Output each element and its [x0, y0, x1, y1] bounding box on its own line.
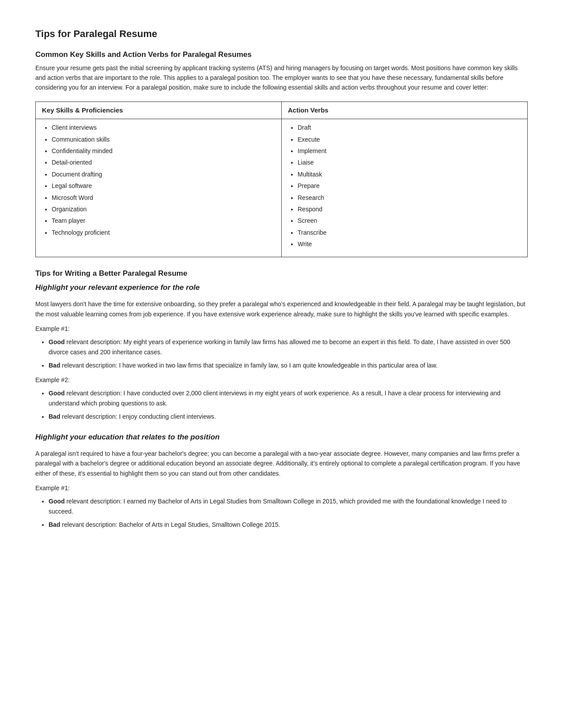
- tips-subsection-2: Highlight your education that relates to…: [35, 432, 528, 530]
- sub2-example1-label: Example #1:: [35, 484, 528, 493]
- skill-item: Organization: [52, 204, 275, 214]
- verb-item: Implement: [298, 146, 521, 156]
- subsection1-body: Most lawyers don't have the time for ext…: [35, 299, 528, 319]
- skill-item: Communication skills: [52, 135, 275, 144]
- verb-item: Draft: [298, 123, 521, 132]
- intro-heading: Common Key Skills and Action Verbs for P…: [35, 49, 528, 60]
- verb-item: Respond: [298, 204, 521, 214]
- tips-heading: Tips for Writing a Better Paralegal Resu…: [35, 268, 528, 279]
- intro-body: Ensure your resume gets past the initial…: [35, 63, 528, 93]
- example-item: Good relevant description: I earned my B…: [49, 496, 528, 516]
- verb-item: Execute: [298, 135, 521, 144]
- example1-label: Example #1:: [35, 324, 528, 334]
- verb-item: Prepare: [298, 181, 521, 191]
- verb-item: Research: [298, 193, 521, 203]
- skill-item: Legal software: [52, 181, 275, 191]
- tips-section: Tips for Writing a Better Paralegal Resu…: [35, 268, 528, 529]
- col2-header: Action Verbs: [282, 102, 527, 119]
- page-title: Tips for Paralegal Resume: [35, 26, 528, 41]
- subsection1-heading: Highlight your relevant experience for t…: [35, 282, 528, 293]
- skill-item: Document drafting: [52, 169, 275, 179]
- verb-item: Transcribe: [298, 228, 521, 237]
- skill-item: Team player: [52, 216, 275, 225]
- skills-list: Client interviewsCommunication skillsCon…: [42, 123, 275, 237]
- skill-item: Microsoft Word: [52, 193, 275, 203]
- subsection2-heading: Highlight your education that relates to…: [35, 432, 528, 443]
- verb-item: Liaise: [298, 158, 521, 167]
- skill-item: Technology proficient: [52, 228, 275, 237]
- tips-subsection-1: Highlight your relevant experience for t…: [35, 282, 528, 422]
- example2-label: Example #2:: [35, 375, 528, 385]
- skills-table: Key Skills & Proficiencies Action Verbs …: [35, 101, 528, 258]
- subsection2-body: A paralegal isn't required to have a fou…: [35, 449, 528, 478]
- example-item: Good relevant description: I have conduc…: [49, 388, 528, 408]
- skill-item: Client interviews: [52, 123, 275, 132]
- example-item: Good relevant description: My eight year…: [49, 337, 528, 357]
- example-item: Bad relevant description: Bachelor of Ar…: [49, 520, 528, 529]
- verb-item: Write: [298, 239, 521, 249]
- col1-header: Key Skills & Proficiencies: [36, 102, 282, 119]
- skills-col: Client interviewsCommunication skillsCon…: [36, 119, 282, 257]
- sub2-example1-list: Good relevant description: I earned my B…: [35, 496, 528, 529]
- example-item: Bad relevant description: I enjoy conduc…: [49, 412, 528, 421]
- sub1-example2-list: Good relevant description: I have conduc…: [35, 388, 528, 421]
- verb-item: Screen: [298, 216, 521, 225]
- table-body-row: Client interviewsCommunication skillsCon…: [36, 119, 527, 257]
- example-item: Bad relevant description: I have worked …: [49, 360, 528, 370]
- skill-item: Confidentiality minded: [52, 146, 275, 156]
- table-header-row: Key Skills & Proficiencies Action Verbs: [36, 102, 527, 120]
- verbs-list: DraftExecuteImplementLiaiseMultitaskPrep…: [288, 123, 521, 249]
- skill-item: Detail-oriented: [52, 158, 275, 167]
- verb-item: Multitask: [298, 169, 521, 179]
- sub1-example1-list: Good relevant description: My eight year…: [35, 337, 528, 370]
- intro-section: Common Key Skills and Action Verbs for P…: [35, 49, 528, 93]
- verbs-col: DraftExecuteImplementLiaiseMultitaskPrep…: [282, 119, 527, 257]
